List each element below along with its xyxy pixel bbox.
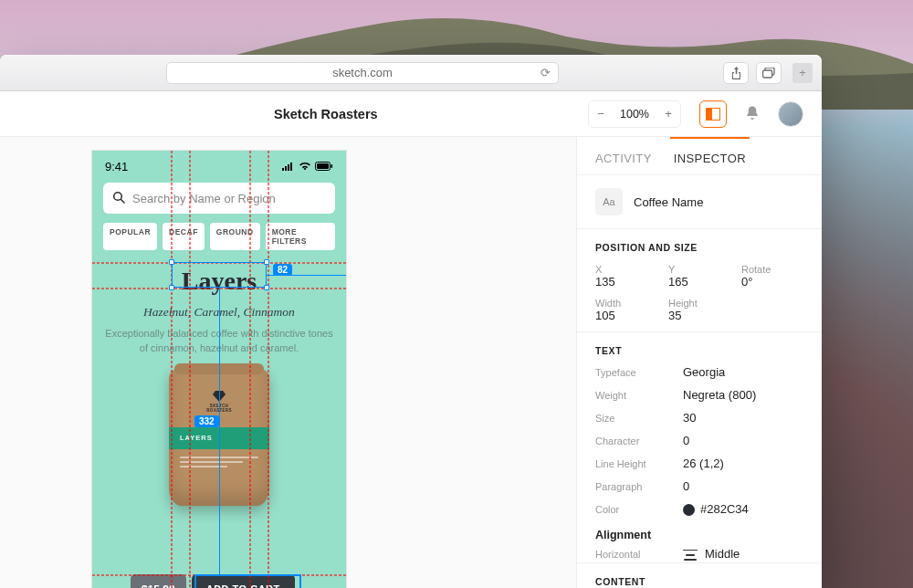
selected-layer-row: Aa Coffee Name: [577, 175, 822, 228]
rotate-label: Rotate: [741, 264, 803, 275]
chip-decaf[interactable]: DECAF: [163, 223, 205, 250]
rotate-value: 0°: [741, 275, 803, 289]
lineheight-label: Line Height: [595, 458, 672, 469]
bag-logo: SKETCH ROASTERS: [205, 391, 233, 411]
layer-type-icon: Aa: [595, 188, 623, 215]
zoom-value: 100%: [613, 108, 656, 121]
search-placeholder: Search by Name or Region: [132, 192, 276, 205]
align-middle-icon: [683, 550, 698, 561]
typeface-label: Typeface: [595, 367, 672, 378]
product-hero: Layers Hazelnut, Caramel, Cinnamon Excep…: [92, 259, 346, 506]
filter-row: POPULAR DECAF GROUND MORE FILTERS: [92, 223, 346, 259]
chip-ground[interactable]: GROUND: [210, 223, 260, 250]
paragraph-label: Paragraph: [595, 481, 672, 492]
y-value: 165: [668, 275, 730, 289]
section-content: CONTENT: [577, 562, 822, 588]
search-icon: [112, 191, 125, 206]
product-subtitle: Hazelnut, Caramel, Cinnamon: [105, 305, 333, 320]
artboard[interactable]: 9:41: [91, 150, 347, 588]
weight-label: Weight: [595, 390, 672, 401]
zoom-control: − 100% +: [588, 100, 681, 128]
color-value: #282C34: [683, 502, 803, 516]
browser-window: sketch.com ⟳ + Sketch Roasters − 100% +: [0, 55, 822, 588]
price-badge[interactable]: $15.99: [131, 574, 186, 588]
svg-rect-1: [763, 70, 772, 78]
battery-icon: [315, 160, 333, 173]
status-bar: 9:41: [92, 151, 346, 179]
bag-band: LAYERS: [169, 427, 269, 449]
avatar[interactable]: [778, 101, 803, 127]
color-label: Color: [595, 504, 672, 515]
signal-icon: [282, 160, 295, 173]
product-title[interactable]: Layers: [182, 267, 257, 296]
share-icon[interactable]: [723, 62, 749, 84]
svg-rect-8: [331, 164, 333, 168]
height-value: 35: [668, 309, 730, 322]
weight-value: Negreta (800): [683, 388, 803, 402]
svg-rect-4: [288, 164, 289, 171]
document-title: Sketch Roasters: [274, 107, 378, 121]
inspector-tabs: ACTIVITY INSPECTOR: [577, 137, 822, 175]
section-position: POSITION AND SIZE: [577, 228, 822, 260]
size-label: Size: [595, 413, 672, 424]
halign-value: Middle: [683, 547, 803, 561]
typeface-value: Georgia: [683, 365, 803, 379]
alignment-title: Alignment: [577, 518, 822, 545]
new-tab-button[interactable]: +: [792, 63, 813, 83]
app-controls: − 100% +: [588, 100, 822, 128]
svg-rect-5: [290, 163, 292, 171]
add-to-cart-button[interactable]: ADD TO CART: [192, 574, 295, 588]
chip-more-filters[interactable]: MORE FILTERS: [266, 223, 335, 250]
product-image: SKETCH ROASTERS LAYERS: [169, 369, 269, 506]
svg-rect-7: [317, 163, 329, 169]
zoom-out-button[interactable]: −: [589, 101, 613, 127]
x-value: 135: [595, 275, 657, 289]
paragraph-value: 0: [683, 479, 803, 493]
y-label: Y: [668, 264, 730, 275]
product-description: Exceptionally balanced coffee with disti…: [105, 327, 333, 356]
notifications-icon[interactable]: [745, 105, 760, 123]
address-bar[interactable]: sketch.com ⟳: [166, 62, 559, 84]
char-value: 0: [683, 434, 803, 447]
color-swatch-icon: [683, 504, 695, 516]
status-time: 9:41: [105, 160, 128, 173]
x-label: X: [595, 264, 657, 275]
cta-row: $15.99 ADD TO CART: [131, 574, 295, 588]
address-bar-text: sketch.com: [332, 66, 393, 79]
svg-rect-2: [282, 168, 284, 171]
app-header: Sketch Roasters − 100% +: [0, 91, 822, 137]
chip-popular[interactable]: POPULAR: [103, 223, 157, 250]
canvas[interactable]: 9:41: [0, 137, 576, 588]
lineheight-value: 26 (1,2): [683, 457, 803, 470]
zoom-in-button[interactable]: +: [656, 101, 680, 127]
inspector-panel: ACTIVITY INSPECTOR Aa Coffee Name POSITI…: [576, 137, 822, 588]
panel-toggle-button[interactable]: [699, 100, 727, 128]
size-value: 30: [683, 411, 803, 425]
tab-activity[interactable]: ACTIVITY: [595, 152, 652, 165]
width-value: 105: [595, 309, 657, 322]
char-label: Character: [595, 436, 672, 446]
app-content: 9:41: [0, 137, 822, 588]
tabs-icon[interactable]: [756, 62, 782, 84]
width-label: Width: [595, 298, 657, 309]
wifi-icon: [299, 160, 311, 173]
reload-icon[interactable]: ⟳: [540, 66, 551, 79]
height-label: Height: [668, 298, 730, 309]
tab-inspector[interactable]: INSPECTOR: [674, 152, 746, 165]
halign-label: Horizontal: [595, 549, 672, 560]
section-text: TEXT: [577, 331, 822, 363]
layer-name: Coffee Name: [634, 195, 703, 209]
browser-toolbar: sketch.com ⟳ +: [0, 55, 822, 91]
search-input[interactable]: Search by Name or Region: [103, 183, 335, 214]
svg-rect-3: [285, 166, 287, 171]
svg-line-10: [121, 199, 125, 203]
